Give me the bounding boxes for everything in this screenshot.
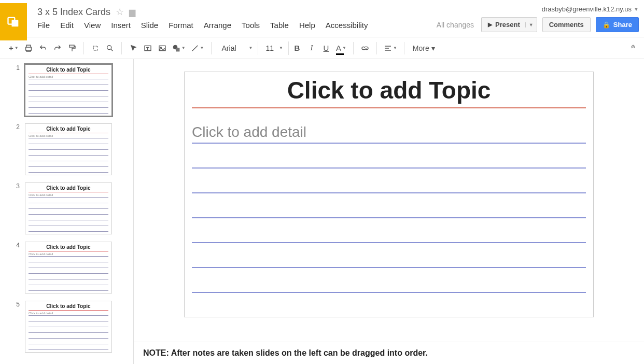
new-slide-button[interactable]: +▼ (7, 41, 20, 55)
zoom-button[interactable] (104, 41, 116, 55)
svg-point-4 (107, 45, 111, 49)
slide-number: 4 (15, 242, 20, 249)
user-menu[interactable]: drasbyb@greenville.k12.ny.us ▼ (542, 5, 639, 13)
thumb-rule-line (29, 138, 108, 144)
collapse-toolbar-button[interactable] (629, 44, 637, 52)
comments-button[interactable]: Comments (542, 17, 591, 32)
shape-tool[interactable]: ▼ (171, 41, 187, 55)
shape-icon (172, 44, 180, 52)
zoom-fit-button[interactable] (89, 41, 102, 55)
slide-thumbnail[interactable]: Click to add TopicClick to add detail (25, 183, 112, 234)
speaker-notes[interactable]: NOTE: After notes are taken slides on th… (134, 342, 644, 364)
thumb-rule-line (29, 220, 108, 226)
menu-accessibility[interactable]: Accessibility (326, 21, 368, 30)
bold-button[interactable]: B (291, 41, 303, 55)
canvas-area: Click to add Topic Click to add detail N… (134, 59, 644, 364)
insert-link-button[interactable] (359, 41, 371, 55)
note-prefix: NOTE: (143, 348, 169, 357)
slide-thumbnail[interactable]: Click to add TopicClick to add detail (25, 64, 112, 116)
thumb-rule-line (29, 333, 108, 339)
slide-panel[interactable]: 1Click to add TopicClick to add detail2C… (0, 59, 134, 364)
font-size-value: 11 (265, 44, 274, 52)
menu-view[interactable]: View (84, 21, 101, 30)
menu-format[interactable]: Format (169, 21, 193, 30)
more-label: More (413, 44, 429, 52)
print-icon (24, 44, 33, 52)
font-name: Arial (222, 44, 236, 52)
caret-down-icon: ▼ (249, 46, 253, 50)
slide-thumbnail[interactable]: Click to add TopicClick to add detail (25, 242, 112, 293)
present-button[interactable]: ▶ Present ▼ (481, 17, 537, 32)
select-tool[interactable] (127, 41, 139, 55)
thumb-rule-line (29, 262, 108, 268)
thumb-rule-line (29, 144, 108, 150)
caret-down-icon: ▼ (634, 6, 639, 12)
toolbar: +▼ T ▼ ▼ Arial ▼ 11 ▼ B I U A▼ (0, 37, 644, 59)
menu-tools[interactable]: Tools (242, 21, 260, 30)
text-color-button[interactable]: A▼ (334, 41, 348, 55)
image-tool[interactable] (156, 41, 169, 55)
title-area: 3 x 5 Index Cards ☆ ▆ File Edit View Ins… (37, 3, 437, 30)
star-icon[interactable]: ☆ (116, 6, 124, 18)
slide-thumbnail[interactable]: Click to add TopicClick to add detail (25, 301, 112, 353)
caret-down-icon: ▼ (279, 46, 283, 50)
slide-rule-line (192, 169, 586, 193)
thumb-title: Click to add Topic (29, 126, 108, 133)
thumb-title: Click to add Topic (29, 303, 108, 311)
thumb-rule-line (29, 327, 108, 333)
textbox-tool[interactable]: T (142, 41, 154, 55)
share-button[interactable]: 🔒 Share (596, 17, 639, 32)
menu-help[interactable]: Help (299, 21, 315, 30)
redo-button[interactable] (51, 41, 64, 55)
thumb-rule-line (29, 279, 108, 285)
slide-number: 1 (15, 64, 20, 72)
italic-button[interactable]: I (305, 41, 318, 55)
folder-icon[interactable]: ▆ (129, 7, 135, 17)
present-dropdown-icon[interactable]: ▼ (525, 22, 534, 27)
slide-number: 3 (15, 183, 20, 190)
font-size-select[interactable]: 11 ▼ (260, 41, 289, 55)
menu-edit[interactable]: Edit (60, 21, 74, 30)
link-icon (361, 44, 369, 52)
canvas-scroll[interactable]: Click to add Topic Click to add detail (134, 59, 644, 342)
app-logo[interactable] (0, 3, 27, 40)
thumb-detail: Click to add detail (29, 253, 108, 257)
thumb-rule-line (29, 161, 108, 167)
slide-title-placeholder[interactable]: Click to add Topic (192, 75, 586, 108)
menu-table[interactable]: Table (270, 21, 289, 30)
caret-down-icon: ▾ (431, 44, 435, 52)
thumb-rule-line (29, 268, 108, 274)
slide-body: Click to add detail (192, 123, 586, 293)
thumb-rule-line (29, 321, 108, 327)
slide-rule-line (192, 268, 586, 293)
svg-rect-2 (69, 45, 74, 47)
slide-detail-placeholder[interactable]: Click to add detail (192, 123, 586, 144)
slide-thumbnail[interactable]: Click to add TopicClick to add detail (25, 123, 112, 175)
slide-rule-line (192, 193, 586, 218)
slide-canvas[interactable]: Click to add Topic Click to add detail (184, 72, 594, 317)
print-button[interactable] (22, 41, 35, 55)
align-button[interactable]: ▼ (382, 41, 399, 55)
font-select[interactable]: Arial ▼ (217, 41, 259, 55)
thumb-rule-line (29, 339, 108, 344)
thumb-rule-line (29, 85, 108, 91)
underline-button[interactable]: U (320, 41, 332, 55)
menu-arrange[interactable]: Arrange (204, 21, 231, 30)
slide-thumb-row: 2Click to add TopicClick to add detail (15, 123, 124, 175)
zoom-icon (106, 44, 114, 52)
menu-insert[interactable]: Insert (111, 21, 131, 30)
thumb-rule-line (29, 156, 108, 161)
thumb-rule-line (29, 344, 108, 350)
line-tool[interactable]: ▼ (189, 41, 206, 55)
svg-rect-10 (176, 48, 179, 51)
more-button[interactable]: More ▾ (413, 44, 435, 52)
undo-button[interactable] (37, 41, 49, 55)
play-icon: ▶ (488, 21, 492, 28)
line-icon (191, 44, 199, 52)
slide-thumb-row: 5Click to add TopicClick to add detail (15, 301, 124, 353)
undo-icon (39, 44, 47, 52)
menu-slide[interactable]: Slide (141, 21, 158, 30)
menu-file[interactable]: File (37, 21, 50, 30)
document-title[interactable]: 3 x 5 Index Cards (37, 7, 110, 18)
paint-format-button[interactable] (66, 41, 78, 55)
